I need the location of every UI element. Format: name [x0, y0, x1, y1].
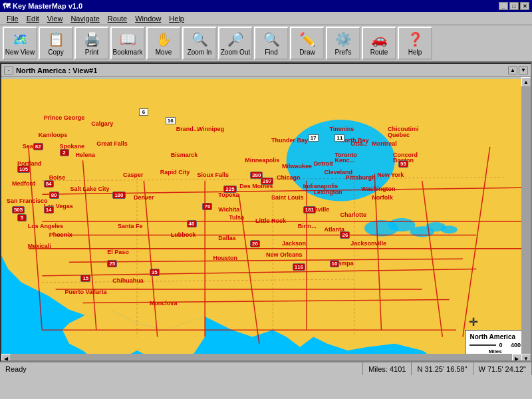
road-11: 11 — [334, 134, 344, 142]
map-svg — [1, 77, 531, 362]
map-title-bar: - North America : View#1 ▲ ▼ — [1, 64, 531, 77]
close-button[interactable]: ✕ — [520, 2, 529, 10]
prefs-button[interactable]: ⚙️ Pref's — [326, 27, 360, 60]
scroll-up-button[interactable]: ▲ — [521, 77, 531, 86]
road-180: 180 — [112, 192, 125, 199]
help-icon: ❓ — [407, 31, 424, 47]
road-5: 5 — [17, 214, 27, 221]
scroll-left-button[interactable]: ◀ — [1, 354, 11, 362]
minimize-button[interactable]: _ — [499, 2, 508, 10]
menu-help[interactable]: Help — [165, 13, 188, 24]
new-view-icon: 🗺️ — [12, 31, 29, 47]
road-17: 17 — [309, 134, 319, 142]
road-380: 380 — [250, 172, 263, 179]
maximize-button[interactable]: □ — [509, 2, 519, 10]
road-16: 16 — [166, 117, 176, 124]
map-scrollbar-vertical[interactable]: ▲ ▼ — [521, 77, 531, 362]
menu-route[interactable]: Route — [104, 13, 131, 24]
svg-point-9 — [287, 120, 395, 201]
help-button[interactable]: ❓ Help — [398, 27, 432, 60]
prefs-icon: ⚙️ — [335, 31, 352, 47]
zoom-out-icon: 🔎 — [227, 31, 244, 47]
road-80: 80 — [49, 192, 59, 199]
route-icon: 🚗 — [371, 31, 388, 47]
print-icon: 🖨️ — [84, 31, 100, 47]
status-lat: N 31.25' 16.58" — [412, 362, 473, 375]
road-10: 10 — [330, 260, 340, 267]
map-view-title: North America : View#1 — [16, 66, 97, 74]
bookmark-icon: 📖 — [120, 31, 136, 47]
road-20: 20 — [250, 240, 260, 247]
road-84: 84 — [44, 180, 54, 188]
road-82: 82 — [33, 143, 43, 150]
zoom-out-button[interactable]: 🔎 Zoom Out — [218, 27, 253, 60]
toolbar: 🗺️ New View 📋 Copy 🖨️ Print 📖 Bookmark ✋… — [0, 25, 532, 63]
map-scrollbar-horizontal[interactable]: ◀ ▶ — [1, 354, 521, 362]
status-ready: Ready — [0, 362, 363, 375]
compass: ✛ — [469, 316, 477, 329]
route-button[interactable]: 🚗 Route — [362, 27, 396, 60]
app-title: Key MasterMap v1.0 — [13, 2, 82, 10]
find-icon: 🔍 — [263, 31, 280, 47]
road-2-nw: 2 — [60, 149, 69, 156]
status-lon: W 71.5' 24.12" — [473, 362, 532, 375]
scroll-right-button[interactable]: ▶ — [512, 354, 521, 362]
app-icon: 🗺 — [3, 2, 10, 10]
road-95: 95 — [398, 160, 408, 168]
status-bar: Ready Miles: 4101 N 31.25' 16.58" W 71.5… — [0, 362, 532, 375]
road-15-mx: 15 — [80, 275, 90, 282]
print-button[interactable]: 🖨️ Print — [74, 27, 109, 60]
zoom-in-icon: 🔍 — [192, 31, 208, 47]
svg-point-8 — [441, 225, 457, 233]
menu-window[interactable]: Window — [131, 13, 165, 24]
legend-scale: 0 400 — [499, 342, 521, 348]
map-scroll-up[interactable]: ▲ — [508, 66, 517, 74]
draw-icon: ✏️ — [299, 31, 316, 47]
menu-file[interactable]: File — [3, 13, 23, 24]
draw-button[interactable]: ✏️ Draw — [290, 27, 325, 60]
menu-edit[interactable]: Edit — [23, 13, 43, 24]
status-miles: Miles: 4101 — [363, 362, 412, 375]
road-35: 35 — [150, 269, 160, 276]
copy-icon: 📋 — [48, 31, 65, 47]
menu-view[interactable]: View — [43, 13, 67, 24]
road-225: 225 — [223, 186, 236, 193]
map-control-button[interactable]: - — [4, 66, 13, 74]
map-area[interactable]: Prince George Kamloops Calgary Seattle S… — [1, 77, 531, 362]
move-button[interactable]: ✋ Move — [146, 27, 181, 60]
road-6: 6 — [139, 108, 148, 116]
road-70: 70 — [202, 203, 212, 210]
road-14: 14 — [44, 206, 54, 213]
map-container: - North America : View#1 ▲ ▼ — [0, 63, 532, 362]
move-icon: ✋ — [156, 31, 172, 47]
road-116: 116 — [293, 263, 305, 271]
road-105: 105 — [17, 166, 30, 173]
road-25: 25 — [107, 260, 117, 267]
scroll-track-horizontal[interactable] — [11, 354, 512, 362]
bookmark-button[interactable]: 📖 Bookmark — [110, 27, 145, 60]
menu-navigate[interactable]: Navigate — [66, 13, 103, 24]
scroll-down-button[interactable]: ▼ — [521, 354, 531, 362]
road-505: 505 — [12, 206, 25, 213]
new-view-button[interactable]: 🗺️ New View — [3, 27, 37, 60]
title-bar: 🗺 Key MasterMap v1.0 _ □ ✕ — [0, 0, 532, 12]
find-button[interactable]: 🔍 Find — [254, 27, 289, 60]
road-26: 26 — [340, 231, 350, 239]
legend-title: North America — [469, 333, 521, 340]
copy-button[interactable]: 📋 Copy — [39, 27, 73, 60]
scroll-track-vertical[interactable] — [521, 86, 531, 354]
road-40: 40 — [187, 220, 197, 227]
road-181: 181 — [303, 206, 316, 213]
zoom-in-button[interactable]: 🔍 Zoom In — [182, 27, 217, 60]
menu-bar: File Edit View Navigate Route Window Hel… — [0, 12, 532, 25]
map-scroll-dn[interactable]: ▼ — [519, 66, 528, 74]
road-297: 297 — [261, 178, 273, 185]
